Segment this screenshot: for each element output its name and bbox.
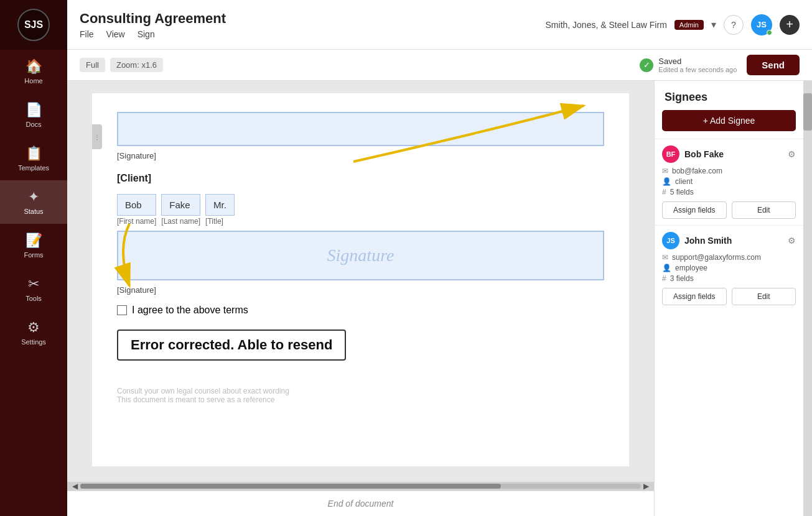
sidebar-logo[interactable]: SJS	[0, 0, 67, 50]
top-signature-label: [Signature]	[117, 151, 604, 160]
sidebar-item-settings[interactable]: ⚙ Settings	[0, 311, 67, 354]
signee-actions-john: Assign fields Edit	[662, 288, 796, 305]
scrollbar-thumb-v[interactable]	[803, 93, 812, 131]
agree-checkbox-label: I agree to the above terms	[132, 305, 248, 316]
signee-email-bob: ✉ bob@fake.com	[662, 167, 796, 175]
document-page: ⋮ [Signature] [Client] Bob [First name] …	[92, 93, 629, 466]
scroll-right-arrow[interactable]: ▶	[641, 482, 651, 491]
panel-title: Signees	[655, 81, 803, 110]
signature-placeholder: Signature	[327, 246, 394, 265]
client-section-header: [Client]	[117, 173, 604, 184]
toolbar: Full Zoom: x1.6 ✓ Saved Edited a few sec…	[67, 50, 812, 81]
sidebar-item-docs[interactable]: 📄 Docs	[0, 93, 67, 137]
title-field[interactable]: Mr.	[205, 194, 235, 216]
end-of-document: End of document	[67, 491, 654, 516]
signee-settings-icon-bob[interactable]: ⚙	[788, 149, 796, 159]
header: Consulting Agreement File View Sign Smit…	[67, 0, 812, 50]
templates-icon: 📋	[26, 145, 42, 162]
tools-icon: ✂	[28, 276, 39, 292]
saved-time: Edited a few seconds ago	[658, 66, 737, 73]
admin-badge[interactable]: Admin	[674, 20, 704, 30]
agree-checkbox[interactable]	[117, 305, 127, 315]
menu-sign[interactable]: Sign	[138, 29, 155, 39]
header-menu: File View Sign	[80, 29, 226, 39]
dropdown-arrow-icon[interactable]: ▾	[711, 19, 716, 30]
scrollbar-track-h[interactable]	[80, 484, 641, 489]
scroll-left-arrow[interactable]: ◀	[70, 482, 80, 491]
forms-icon: 📝	[26, 233, 42, 249]
send-button[interactable]: Send	[747, 55, 800, 75]
saved-info: Saved Edited a few seconds ago	[658, 57, 737, 73]
main-area: Consulting Agreement File View Sign Smit…	[67, 0, 812, 516]
edit-button-john[interactable]: Edit	[732, 288, 796, 305]
bottom-signature-label: [Signature]	[117, 285, 604, 295]
assign-fields-button-bob[interactable]: Assign fields	[662, 201, 727, 219]
signee-role-bob: 👤 client	[662, 177, 796, 186]
settings-icon: ⚙	[27, 320, 40, 336]
menu-view[interactable]: View	[106, 29, 125, 39]
last-name-field-wrapper: Fake [Last name]	[161, 194, 200, 226]
signee-fields-john: # 3 fields	[662, 274, 796, 283]
header-right: Smith, Jones, & Steel Law Firm Admin ▾ ?…	[546, 14, 800, 35]
sidebar-item-status[interactable]: ✦ Status	[0, 180, 67, 224]
horizontal-scrollbar[interactable]: ◀ ▶	[67, 482, 654, 491]
menu-file[interactable]: File	[80, 29, 94, 39]
document-area[interactable]: ⋮ [Signature] [Client] Bob [First name] …	[67, 81, 654, 516]
last-name-label: [Last name]	[161, 217, 200, 226]
disclaimer-line2: This document is meant to serve as a ref…	[117, 395, 604, 404]
saved-check-icon: ✓	[640, 58, 653, 72]
assign-fields-button-john[interactable]: Assign fields	[662, 288, 727, 305]
home-icon: 🏠	[26, 58, 42, 75]
error-banner: Error corrected. Able to resend	[117, 329, 346, 361]
toolbar-left: Full Zoom: x1.6	[80, 58, 163, 72]
first-name-field[interactable]: Bob	[117, 194, 156, 216]
help-button[interactable]: ?	[724, 15, 744, 35]
saved-status: ✓ Saved Edited a few seconds ago	[640, 57, 737, 73]
sidebar-item-forms[interactable]: 📝 Forms	[0, 224, 67, 267]
scrollbar-thumb-h[interactable]	[80, 484, 501, 489]
content-wrapper: ⋮ [Signature] [Client] Bob [First name] …	[67, 81, 812, 516]
client-signature-field[interactable]: Signature	[117, 231, 604, 280]
add-signee-button[interactable]: + Add Signee	[662, 110, 796, 131]
scroll-tab[interactable]: ⋮	[92, 124, 102, 149]
first-name-field-wrapper: Bob [First name]	[117, 194, 156, 226]
online-indicator	[767, 30, 772, 35]
zoom-level-btn[interactable]: Zoom: x1.6	[110, 58, 163, 72]
signee-header-john: JS John Smith ⚙	[662, 232, 796, 249]
title-field-wrapper: Mr. [Title]	[205, 194, 235, 226]
add-button[interactable]: +	[780, 15, 800, 35]
signee-fields-bob: # 5 fields	[662, 188, 796, 196]
edit-button-bob[interactable]: Edit	[732, 201, 796, 219]
docs-icon: 📄	[26, 102, 42, 118]
zoom-full-btn[interactable]: Full	[80, 58, 105, 72]
vertical-scrollbar[interactable]	[803, 81, 812, 516]
signee-role-john: 👤 employee	[662, 264, 796, 272]
last-name-field[interactable]: Fake	[161, 194, 200, 216]
user-avatar[interactable]: JS	[751, 14, 772, 35]
fields-icon-john: #	[662, 274, 666, 283]
sidebar-item-templates[interactable]: 📋 Templates	[0, 137, 67, 180]
email-icon-john: ✉	[662, 253, 668, 262]
signee-email-john: ✉ support@galaxyforms.com	[662, 253, 796, 262]
top-signature-field[interactable]	[117, 112, 604, 146]
sidebar-item-tools[interactable]: ✂ Tools	[0, 267, 67, 311]
toolbar-right: ✓ Saved Edited a few seconds ago Send	[640, 55, 800, 75]
role-icon-john: 👤	[662, 264, 671, 272]
signee-header-bob: BF Bob Fake ⚙	[662, 145, 796, 163]
document-inner: ⋮ [Signature] [Client] Bob [First name] …	[67, 81, 654, 482]
disclaimer-line1: Consult your own legal counsel about exa…	[117, 387, 604, 395]
right-panel: Signees + Add Signee BF Bob Fake ⚙ ✉ bob…	[654, 81, 803, 516]
signee-card-john: JS John Smith ⚙ ✉ support@galaxyforms.co…	[655, 225, 803, 311]
signee-card-bob: BF Bob Fake ⚙ ✉ bob@fake.com 👤 client #	[655, 139, 803, 225]
header-left: Consulting Agreement File View Sign	[80, 11, 226, 39]
signee-actions-bob: Assign fields Edit	[662, 201, 796, 219]
sidebar-item-home[interactable]: 🏠 Home	[0, 50, 67, 93]
firm-name: Smith, Jones, & Steel Law Firm	[546, 20, 667, 30]
signee-settings-icon-john[interactable]: ⚙	[788, 236, 796, 246]
signee-name-row-bob: BF Bob Fake	[662, 145, 724, 163]
sidebar: SJS 🏠 Home 📄 Docs 📋 Templates ✦ Status 📝…	[0, 0, 67, 516]
signee-name-john: John Smith	[684, 236, 732, 246]
fields-icon-bob: #	[662, 188, 666, 196]
title-label: [Title]	[205, 217, 235, 226]
logo-icon: SJS	[17, 9, 50, 41]
